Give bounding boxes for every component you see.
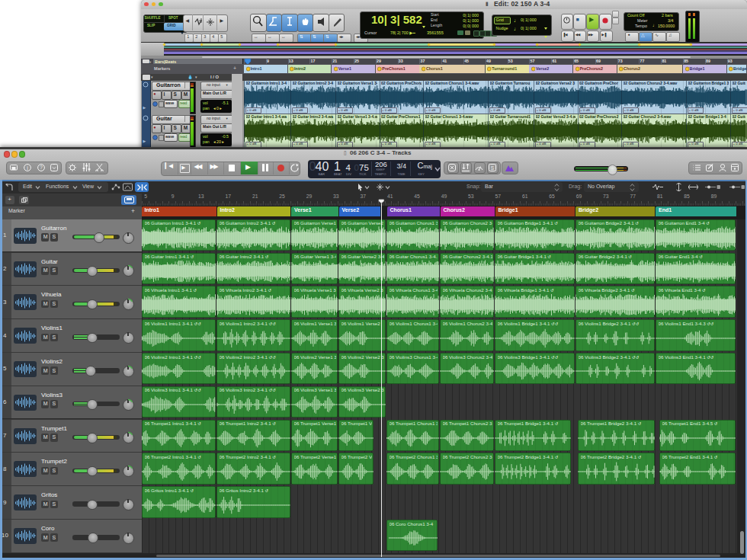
svg-text:i: i bbox=[27, 165, 28, 170]
svg-text:?: ? bbox=[40, 165, 43, 170]
svg-text:S: S bbox=[490, 165, 494, 170]
